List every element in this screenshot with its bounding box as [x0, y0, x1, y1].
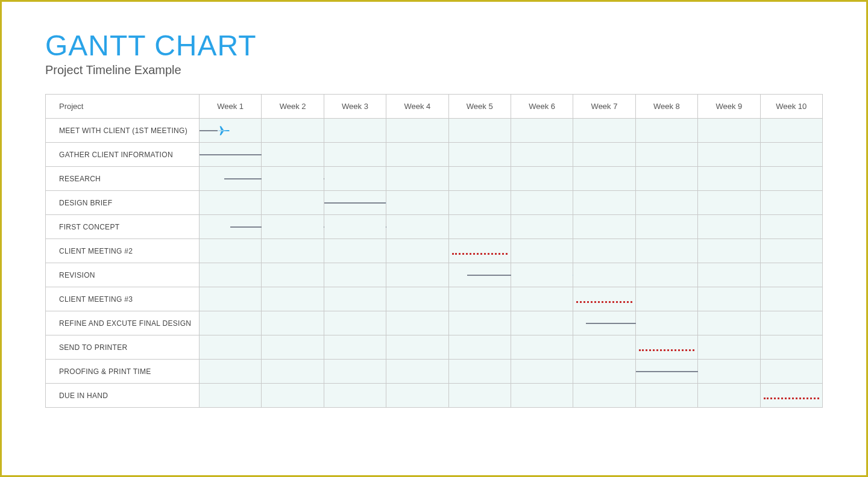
gantt-cell	[511, 143, 573, 167]
gantt-cell	[573, 335, 635, 360]
gantt-cell	[448, 215, 511, 239]
gantt-cell	[698, 384, 760, 408]
gantt-cell	[262, 143, 324, 167]
gantt-cell	[698, 360, 760, 384]
gantt-cell	[262, 360, 324, 384]
gantt-cell	[698, 167, 760, 191]
gantt-cell	[511, 360, 573, 384]
gantt-cell	[573, 384, 635, 408]
gantt-cell	[324, 143, 386, 167]
gantt-cell	[511, 263, 573, 287]
gantt-cell	[324, 287, 386, 311]
gantt-cell	[760, 384, 822, 408]
gantt-cell	[200, 360, 262, 384]
table-row: GATHER CLIENT INFORMATION	[46, 143, 823, 167]
gantt-cell	[262, 384, 324, 408]
gantt-cell	[573, 287, 635, 311]
header-week: Week 6	[511, 95, 573, 119]
gantt-cell	[760, 239, 822, 263]
gantt-cell	[448, 239, 511, 263]
gantt-cell	[262, 215, 324, 239]
table-row: CLIENT MEETING #3	[46, 287, 823, 311]
table-row: MEET WITH CLIENT (1ST MEETING)	[46, 119, 823, 143]
table-row: DUE IN HAND	[46, 384, 823, 408]
gantt-cell	[386, 335, 448, 360]
gantt-cell	[635, 239, 697, 263]
gantt-cell	[573, 239, 635, 263]
task-label: CLIENT MEETING #2	[46, 239, 200, 263]
gantt-cell	[386, 287, 448, 311]
table-row: FIRST CONCEPT	[46, 215, 823, 239]
gantt-cell	[635, 287, 697, 311]
gantt-cell	[200, 191, 262, 215]
gantt-cell	[760, 119, 822, 143]
gantt-cell	[635, 311, 697, 335]
gantt-cell	[635, 143, 697, 167]
gantt-cell	[262, 191, 324, 215]
gantt-cell	[760, 215, 822, 239]
gantt-cell	[386, 143, 448, 167]
gantt-cell	[386, 384, 448, 408]
gantt-cell	[200, 143, 262, 167]
gantt-cell	[324, 335, 386, 360]
header-week: Week 2	[262, 95, 324, 119]
gantt-chart: Project Week 1 Week 2 Week 3 Week 4 Week…	[45, 94, 823, 408]
task-label: PROOFING & PRINT TIME	[46, 360, 200, 384]
header-week: Week 9	[698, 95, 760, 119]
gantt-cell	[698, 311, 760, 335]
gantt-cell	[386, 239, 448, 263]
gantt-cell	[262, 311, 324, 335]
header-week: Week 8	[635, 95, 697, 119]
gantt-cell	[200, 119, 262, 143]
milestone-marker	[639, 349, 694, 351]
header-week: Week 3	[324, 95, 386, 119]
milestone-marker	[764, 398, 819, 399]
gantt-cell	[448, 191, 511, 215]
gantt-cell	[200, 263, 262, 287]
gantt-cell	[635, 167, 697, 191]
task-label: MEET WITH CLIENT (1ST MEETING)	[46, 119, 200, 143]
gantt-cell	[511, 119, 573, 143]
gantt-cell	[200, 215, 262, 239]
gantt-cell	[573, 191, 635, 215]
gantt-cell	[448, 263, 511, 287]
gantt-cell	[635, 384, 697, 408]
gantt-cell	[262, 119, 324, 143]
gantt-cell	[573, 215, 635, 239]
header-week: Week 10	[760, 95, 822, 119]
gantt-cell	[511, 191, 573, 215]
gantt-cell	[698, 215, 760, 239]
gantt-header-row: Project Week 1 Week 2 Week 3 Week 4 Week…	[46, 95, 823, 119]
header-week: Week 1	[200, 95, 262, 119]
gantt-cell	[760, 287, 822, 311]
gantt-cell	[760, 263, 822, 287]
gantt-cell	[200, 384, 262, 408]
milestone-marker	[452, 253, 508, 255]
gantt-cell	[448, 384, 511, 408]
gantt-cell	[262, 335, 324, 360]
gantt-cell	[760, 311, 822, 335]
table-row: REFINE AND EXCUTE FINAL DESIGN	[46, 311, 823, 335]
gantt-cell	[262, 167, 324, 191]
gantt-cell	[324, 119, 386, 143]
task-label: DESIGN BRIEF	[46, 191, 200, 215]
task-label: REFINE AND EXCUTE FINAL DESIGN	[46, 311, 200, 335]
bar-line	[324, 202, 386, 204]
gantt-cell	[324, 360, 386, 384]
task-label: CLIENT MEETING #3	[46, 287, 200, 311]
gantt-cell	[324, 215, 386, 239]
gantt-cell	[448, 335, 511, 360]
gantt-cell	[324, 239, 386, 263]
gantt-cell	[760, 143, 822, 167]
gantt-cell	[386, 360, 448, 384]
gantt-cell	[324, 263, 386, 287]
table-row: RESEARCH	[46, 167, 823, 191]
table-row: REVISION	[46, 263, 823, 287]
gantt-cell	[698, 263, 760, 287]
gantt-cell	[448, 360, 511, 384]
table-row: PROOFING & PRINT TIME	[46, 360, 823, 384]
gantt-cell	[698, 335, 760, 360]
gantt-cell	[448, 287, 511, 311]
gantt-cell	[448, 119, 511, 143]
gantt-cell	[698, 287, 760, 311]
